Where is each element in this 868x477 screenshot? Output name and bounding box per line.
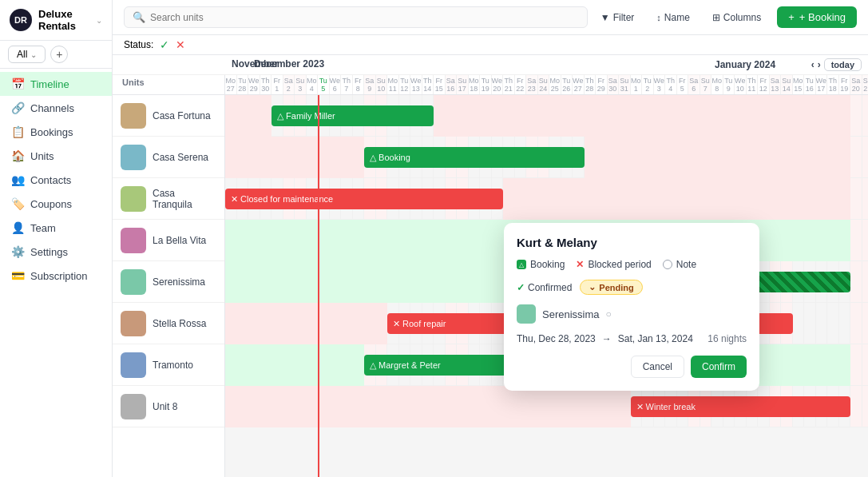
- grid-cell-5-52: [827, 303, 839, 344]
- sidebar-item-subscription[interactable]: 💳 Subscription: [0, 264, 112, 288]
- add-view-btn[interactable]: +: [50, 46, 68, 63]
- legend-booking: △ Booking: [517, 259, 565, 270]
- legend-note-label: Note: [676, 259, 696, 270]
- prev-btn[interactable]: ‹: [811, 59, 814, 70]
- grid-cell-5-1: [237, 303, 249, 344]
- sidebar-item-contacts[interactable]: 👥 Contacts: [0, 168, 112, 192]
- grid-cell-3-46: [758, 220, 770, 260]
- confirm-button[interactable]: Confirm: [691, 356, 747, 378]
- sidebar-item-coupons[interactable]: 🏷️ Coupons: [0, 192, 112, 216]
- next-btn[interactable]: ›: [818, 59, 821, 70]
- grid-cell-1-46: [758, 137, 770, 177]
- day-header-9: We6: [330, 75, 342, 94]
- status-check-icon[interactable]: ✓: [160, 38, 169, 51]
- day-header-42: Mo8: [711, 75, 723, 94]
- popup-unit-edit-icon[interactable]: ○: [606, 308, 612, 320]
- timeline-icon: 📅: [11, 78, 24, 90]
- grid-cell-0-52: [827, 95, 839, 136]
- day-header-23: We20: [492, 75, 504, 94]
- grid-cell-1-31: [585, 137, 597, 177]
- filter-btn[interactable]: ▼ Filter: [594, 9, 641, 26]
- sidebar-item-timeline[interactable]: 📅 Timeline: [0, 72, 112, 96]
- day-header-16: We13: [410, 75, 422, 94]
- day-header-35: Mo1: [631, 75, 643, 94]
- channels-icon: 🔗: [11, 101, 24, 114]
- grid-cell-2-34: [619, 178, 631, 219]
- day-header-34: Su31: [619, 75, 631, 94]
- grid-cell-7-50: [804, 386, 816, 427]
- sidebar-item-team[interactable]: 👤 Team: [0, 216, 112, 240]
- grid-cell-4-4: [271, 261, 283, 302]
- grid-cell-7-33: [608, 386, 620, 427]
- grid-cell-6-17: [422, 344, 434, 385]
- grid-cell-2-7: [307, 178, 319, 219]
- grid-cell-7-6: [295, 386, 307, 427]
- grid-cell-2-16: [410, 178, 422, 219]
- day-header-14: Mo11: [387, 75, 399, 94]
- search-bar[interactable]: 🔍: [124, 6, 588, 28]
- status-pending-badge[interactable]: ⌄ Pending: [580, 280, 642, 295]
- grid-cell-0-26: [526, 95, 538, 136]
- popup-legend: △ Booking ✕ Blocked period Note: [517, 259, 747, 270]
- legend-blocked: ✕ Blocked period: [576, 259, 651, 270]
- grid-cell-3-16: [410, 220, 422, 260]
- day-header-11: Fr8: [353, 75, 365, 94]
- grid-cell-7-35: [631, 386, 643, 427]
- topbar: 🔍 ▼ Filter ↕ Name ⊞ Columns + + Booking: [113, 0, 868, 35]
- grid-cell-1-13: [376, 137, 388, 177]
- sidebar-header: DR Deluxe Rentals ⌄: [0, 0, 112, 41]
- grid-cell-2-2: [248, 178, 260, 219]
- grid-cell-6-15: [399, 344, 411, 385]
- grid-cell-3-14: [387, 220, 399, 260]
- grid-cell-3-12: [364, 220, 376, 260]
- day-header-50: Tu16: [804, 75, 816, 94]
- grid-cell-5-7: [307, 303, 319, 344]
- day-header-6: Su3: [295, 75, 307, 94]
- unit-row-unit8: Unit 8: [113, 386, 224, 427]
- grid-row-7: [225, 386, 868, 427]
- unit-row-casa-serena: Casa Serena: [113, 137, 224, 178]
- grid-cell-0-47: [770, 95, 782, 136]
- grid-cell-0-18: [434, 95, 446, 136]
- cancel-button[interactable]: Cancel: [631, 356, 684, 378]
- grid-cell-4-51: [816, 261, 828, 302]
- grid-cell-5-20: [457, 303, 469, 344]
- day-header-38: Th4: [665, 75, 677, 94]
- grid-cell-1-11: [353, 137, 365, 177]
- grid-cell-3-7: [307, 220, 319, 260]
- sidebar-item-bookings[interactable]: 📋 Bookings: [0, 120, 112, 144]
- grid-cell-5-11: [353, 303, 365, 344]
- grid-cell-2-20: [457, 178, 469, 219]
- day-header-19: Sa16: [446, 75, 458, 94]
- day-header-17: Th14: [422, 75, 434, 94]
- grid-cell-2-39: [677, 178, 689, 219]
- date-from: Thu, Dec 28, 2023: [517, 333, 596, 344]
- grid-cell-6-19: [446, 344, 458, 385]
- all-filter[interactable]: All ⌄: [8, 46, 46, 63]
- status-x-icon[interactable]: ✕: [176, 38, 185, 51]
- search-input[interactable]: [150, 12, 579, 23]
- grid-cell-1-44: [735, 137, 747, 177]
- sidebar-item-settings[interactable]: ⚙️ Settings: [0, 240, 112, 264]
- grid-cell-1-48: [781, 137, 793, 177]
- grid-cell-2-55: [862, 178, 869, 219]
- unit-name-casa-tranquila: Casa Tranquila: [153, 188, 216, 210]
- grid-cell-0-22: [480, 95, 492, 136]
- columns-btn[interactable]: ⊞ Columns: [706, 9, 767, 26]
- new-booking-button[interactable]: + + Booking: [777, 6, 857, 28]
- sidebar-item-units[interactable]: 🏠 Units: [0, 144, 112, 168]
- grid-cell-7-13: [376, 386, 388, 427]
- confirmed-label: Confirmed: [528, 282, 572, 293]
- grid-cell-7-36: [642, 386, 654, 427]
- day-header-51: We17: [816, 75, 828, 94]
- grid-cell-6-55: [862, 344, 869, 385]
- today-btn[interactable]: today: [824, 58, 862, 71]
- grid-cell-1-22: [480, 137, 492, 177]
- sidebar-item-channels[interactable]: 🔗 Channels: [0, 96, 112, 120]
- grid-cell-3-21: [469, 220, 481, 260]
- grid-cell-2-46: [758, 178, 770, 219]
- name-btn[interactable]: ↕ Name: [650, 9, 696, 26]
- status-confirmed: ✓ Confirmed: [517, 282, 572, 293]
- brand-chevron-icon: ⌄: [96, 16, 102, 25]
- grid-cell-3-50: [804, 220, 816, 260]
